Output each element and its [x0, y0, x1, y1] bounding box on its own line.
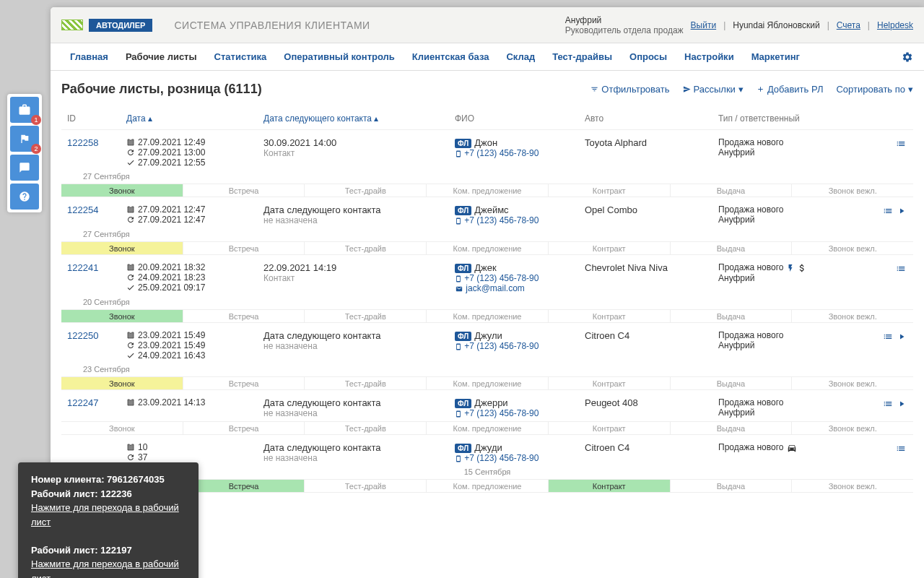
stage-cell[interactable]: Контракт [549, 480, 671, 492]
stage-cell[interactable]: Звонок [61, 422, 183, 434]
table-row: 122241 20.09.2021 18:3224.09.2021 18:232… [61, 255, 913, 323]
accounts-link[interactable]: Счета [837, 20, 860, 30]
column-next-contact[interactable]: Дата следующего контакта ▴ [263, 113, 455, 124]
stage-cell[interactable]: Контракт [549, 377, 671, 389]
stage-cell[interactable]: Выдача [671, 480, 793, 492]
stage-cell[interactable]: Ком. предложение [427, 480, 549, 492]
play-icon[interactable] [897, 204, 906, 215]
tooltip-link-2[interactable]: Нажмите для перехода в рабочий лист [31, 558, 179, 578]
stage-cell[interactable]: Ком. предложение [427, 310, 549, 322]
nav-item[interactable]: Рабочие листы [117, 43, 206, 71]
client-name: Джерри [474, 397, 507, 408]
stage-cell[interactable]: Звонок вежл. [792, 242, 913, 254]
client-name: Джули [474, 330, 502, 341]
play-icon[interactable] [897, 397, 906, 408]
phone-link[interactable]: +7 (123) 456-78-90 [455, 273, 585, 283]
tooltip-link-1[interactable]: Нажмите для перехода в рабочий лист [31, 502, 179, 527]
stage-cell[interactable]: Тест-драйв [305, 310, 427, 322]
fl-badge: ФЛ [455, 264, 471, 273]
stage-cell[interactable]: Встреча [183, 422, 305, 434]
nav-item[interactable]: Опросы [621, 43, 676, 71]
client-name: Джуди [474, 442, 502, 453]
mailings-button[interactable]: Рассылки ▾ [683, 84, 744, 95]
nav-item[interactable]: Клиентская база [404, 43, 498, 71]
stage-cell[interactable]: Встреча [183, 184, 305, 197]
sort-button[interactable]: Сортировать по ▾ [836, 84, 913, 95]
stage-cell[interactable]: Ком. предложение [427, 422, 549, 434]
stage-cell[interactable]: Встреча [183, 242, 305, 254]
list-icon[interactable] [883, 330, 893, 342]
stage-cell[interactable]: Выдача [671, 310, 793, 322]
worksheet-id-link[interactable]: 122247 [67, 397, 98, 408]
stage-cell[interactable]: Выдача [671, 377, 793, 389]
email-link[interactable]: jack@mail.com [455, 283, 585, 293]
stage-cell[interactable]: Контракт [549, 242, 671, 254]
stage-cell[interactable]: Звонок вежл. [792, 422, 913, 434]
table-row: 122258 27.09.2021 12:4927.09.2021 13:002… [61, 130, 913, 197]
side-flag-badge: 2 [31, 144, 41, 154]
stage-cell[interactable]: Звонок [61, 310, 183, 322]
client-name: Джеймс [474, 204, 508, 215]
side-flag-button[interactable]: 2 [10, 126, 39, 152]
filter-button[interactable]: Отфильтровать [590, 84, 669, 95]
column-date[interactable]: Дата ▴ [126, 113, 263, 124]
stage-cell[interactable]: Тест-драйв [305, 242, 427, 254]
stage-cell[interactable]: Выдача [671, 184, 793, 197]
stage-cell[interactable]: Встреча [183, 377, 305, 389]
stage-cell[interactable]: Ком. предложение [427, 242, 549, 254]
date-separator: 27 Сентября [61, 171, 913, 184]
phone-link[interactable]: +7 (123) 456-78-90 [455, 453, 585, 463]
side-help-button[interactable] [10, 184, 39, 210]
side-chat-button[interactable] [10, 155, 39, 181]
list-icon[interactable] [896, 442, 906, 454]
nav-item[interactable]: Оперативный контроль [275, 43, 404, 71]
stage-cell[interactable]: Контракт [549, 310, 671, 322]
stage-cell[interactable]: Выдача [671, 422, 793, 434]
stage-cell[interactable]: Звонок вежл. [792, 377, 913, 389]
list-icon[interactable] [883, 397, 893, 409]
phone-link[interactable]: +7 (123) 456-78-90 [455, 341, 585, 351]
worksheet-id-link[interactable]: 122250 [67, 330, 98, 341]
nav-item[interactable]: Статистика [206, 43, 276, 71]
worksheet-id-link[interactable]: 122258 [67, 137, 98, 148]
stage-cell[interactable]: Тест-драйв [305, 377, 427, 389]
stage-cell[interactable]: Звонок [61, 377, 183, 389]
nav-item[interactable]: Главная [61, 43, 117, 71]
worksheet-id-link[interactable]: 122254 [67, 204, 98, 215]
sale-type: Продажа нового [718, 397, 855, 407]
nav-item[interactable]: Настройки [676, 43, 743, 71]
stage-cell[interactable]: Звонок [61, 242, 183, 254]
stage-cell[interactable]: Тест-драйв [305, 422, 427, 434]
auto-name: Opel Combo [585, 204, 718, 225]
stage-cell[interactable]: Звонок вежл. [792, 184, 913, 197]
stage-cell[interactable]: Звонок вежл. [792, 480, 913, 492]
stage-cell[interactable]: Звонок [61, 184, 183, 197]
phone-link[interactable]: +7 (123) 456-78-90 [455, 148, 585, 158]
gear-icon[interactable] [902, 51, 913, 63]
stage-cell[interactable]: Тест-драйв [305, 480, 427, 492]
list-icon[interactable] [896, 137, 906, 149]
logout-link[interactable]: Выйти [691, 20, 717, 30]
side-briefcase-button[interactable]: 1 [10, 97, 39, 123]
user-name: Ануфрий [565, 15, 684, 25]
stage-cell[interactable]: Встреча [183, 480, 305, 492]
stage-cell[interactable]: Ком. предложение [427, 377, 549, 389]
stage-cell[interactable]: Встреча [183, 310, 305, 322]
play-icon[interactable] [897, 330, 906, 341]
stage-cell[interactable]: Тест-драйв [305, 184, 427, 197]
stage-cell[interactable]: Звонок вежл. [792, 310, 913, 322]
list-icon[interactable] [883, 204, 893, 216]
stage-cell[interactable]: Контракт [549, 184, 671, 197]
phone-link[interactable]: +7 (123) 456-78-90 [455, 215, 585, 225]
add-button[interactable]: Добавить РЛ [757, 84, 824, 95]
nav-item[interactable]: Маркетинг [743, 43, 808, 71]
stage-cell[interactable]: Контракт [549, 422, 671, 434]
nav-item[interactable]: Склад [497, 43, 544, 71]
nav-item[interactable]: Тест-драйвы [544, 43, 621, 71]
stage-cell[interactable]: Выдача [671, 242, 793, 254]
helpdesk-link[interactable]: Helpdesk [877, 20, 913, 30]
worksheet-id-link[interactable]: 122241 [67, 262, 98, 273]
stage-cell[interactable]: Ком. предложение [427, 184, 549, 197]
list-icon[interactable] [896, 262, 906, 274]
phone-link[interactable]: +7 (123) 456-78-90 [455, 408, 585, 418]
